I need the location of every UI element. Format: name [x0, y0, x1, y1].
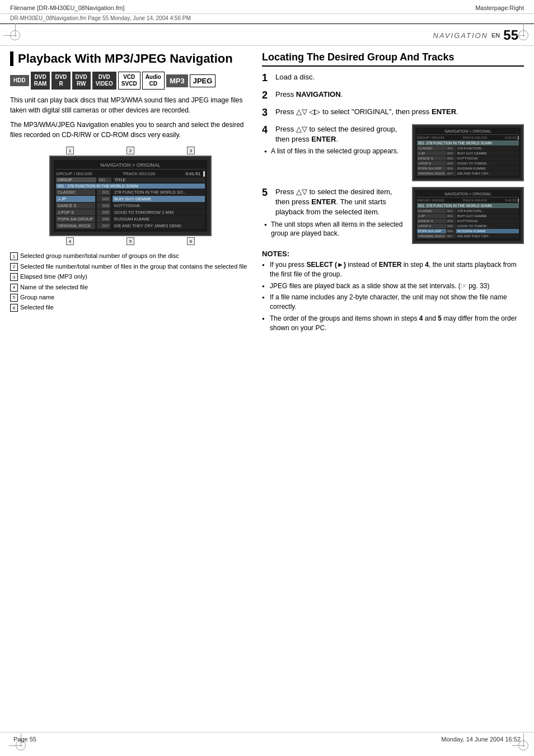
nav-screen-diagram: 1 2 3 NAVIGATION > ORIGINAL GROUP / 001/… — [10, 147, 251, 245]
nav-screen-left: NAVIGATION > ORIGINAL GROUP / 001/100 TR… — [49, 156, 212, 236]
step-4: 4 Press △▽ to select the desired group, … — [262, 124, 406, 144]
note-4: The order of the groups and items shown … — [262, 314, 524, 333]
step-4-bullet-1: A list of files in the selected group ap… — [264, 147, 406, 156]
header-top: Filename [DR-MH30EU_08Navigation.fm] Mas… — [0, 0, 534, 14]
right-section-title: Locating The Desired Group And Tracks — [262, 51, 524, 67]
notes-section: NOTES: If you press SELECT (►) instead o… — [262, 250, 524, 333]
step-4-area: 4 Press △▽ to select the desired group, … — [262, 124, 524, 181]
nav-screen-step5: NAVIGATION > ORIGINAL GROUP / 001/100TRA… — [412, 187, 524, 244]
notes-list: If you press SELECT (►) instead of ENTER… — [262, 260, 524, 333]
legend-text-4: Name of the selected file — [20, 283, 88, 292]
step-5-content: 5 Press △▽ to select the desired item, t… — [262, 187, 406, 244]
legend-num-3: 3 — [10, 273, 18, 281]
step-1: 1 Load a disc. — [262, 72, 524, 84]
step-5-bullets: The unit stops when all items in the sel… — [264, 220, 406, 239]
legend-text-1: Selected group number/total number of gr… — [20, 252, 179, 260]
subline: DR-MH30EU_08Navigation.fm Page 55 Monday… — [0, 14, 534, 24]
step-5-num: 5 — [262, 187, 273, 218]
note-2: JPEG files are played back as a slide sh… — [262, 281, 524, 291]
notes-title: NOTES: — [262, 250, 524, 258]
step-2-num: 2 — [262, 90, 273, 101]
footer-right: Monday, 14 June 2004 16:52 — [441, 736, 521, 743]
left-section-title: Playback With MP3/JPEG Navigation — [10, 51, 251, 66]
badge-hdd: HDD — [10, 75, 29, 86]
page-nav-header: NAVIGATION EN 55 — [0, 24, 534, 46]
body-text-1: This unit can play back discs that MP3/W… — [10, 95, 251, 115]
step-2-text: Press NAVIGATION. — [275, 90, 524, 101]
note-3: If a file name includes any 2-byte chara… — [262, 293, 524, 312]
step-3-text: Press △▽ ◁▷ to select "ORIGINAL", then p… — [275, 107, 524, 119]
legend-item-6: 6 Selected file — [10, 303, 251, 312]
footer-left: Page 55 — [13, 736, 36, 743]
nav-screen-title-left: NAVIGATION > ORIGINAL — [56, 162, 205, 170]
legend-num-4: 4 — [10, 284, 18, 292]
nav-screen-step4: NAVIGATION > ORIGINAL GROUP / 001/100TRA… — [412, 124, 524, 181]
legend-item-1: 1 Selected group number/total number of … — [10, 252, 251, 260]
step-4-num: 4 — [262, 124, 273, 144]
badge-dvd-ram: DVDRAM — [31, 72, 50, 90]
nav-lang: EN — [491, 32, 500, 39]
masterpage-label: Masterpage:Right — [475, 4, 524, 11]
badge-dvd-r: DVDR — [51, 72, 70, 90]
nav-screen-stats-left: GROUP / 001/100 TRACK 001/100 0:41:51 ▐ — [56, 171, 205, 176]
diagram-label-5: 5 — [127, 237, 134, 245]
step-1-num: 1 — [262, 72, 273, 84]
diagram-label-1: 1 — [66, 147, 74, 154]
footer: Page 55 Monday, 14 June 2004 16:52 — [0, 732, 534, 746]
filename-label: Filename [DR-MH30EU_08Navigation.fm] — [10, 4, 124, 11]
legend-text-2: Selected file number/total number of fil… — [20, 262, 247, 271]
badge-vcd-svcd: VCDSVCD — [118, 72, 140, 90]
legend-item-2: 2 Selected file number/total number of f… — [10, 262, 251, 271]
step-3: 3 Press △▽ ◁▷ to select "ORIGINAL", then… — [262, 107, 524, 119]
nav-screen-highlight-row: 001 278 FUNCTION IN THE WORLD SOMM — [56, 184, 205, 189]
left-column: Playback With MP3/JPEG Navigation HDD DV… — [10, 51, 251, 335]
step-5-text: Press △▽ to select the desired item, the… — [275, 187, 406, 218]
legend-text-5: Group name — [20, 293, 54, 302]
main-content: Playback With MP3/JPEG Navigation HDD DV… — [0, 46, 534, 341]
legend-item-3: 3 Elapsed time (MP3 only) — [10, 273, 251, 281]
step-3-num: 3 — [262, 107, 273, 119]
badge-mp3: MP3 — [166, 74, 188, 88]
body-text-2: The MP3/WMA/JPEG Navigation enables you … — [10, 120, 251, 140]
diagram-label-6: 6 — [187, 237, 195, 245]
legend-item-5: 5 Group name — [10, 293, 251, 302]
step-1-text: Load a disc. — [275, 72, 524, 84]
diagram-label-2: 2 — [127, 147, 134, 154]
legend-num-5: 5 — [10, 294, 18, 302]
diagram-label-3: 3 — [187, 147, 195, 154]
badge-dvd-rw: DVDRW — [72, 72, 91, 90]
step-4-text: Press △▽ to select the desired group, th… — [275, 124, 406, 144]
legend-num-1: 1 — [10, 252, 18, 260]
legend-num-6: 6 — [10, 304, 18, 312]
legend-item-4: 4 Name of the selected file — [10, 283, 251, 292]
legend-text-6: Selected file — [20, 303, 54, 312]
nav-label: NAVIGATION — [433, 31, 489, 40]
diagram-label-4: 4 — [66, 237, 74, 245]
step-4-bullets: A list of files in the selected group ap… — [264, 147, 406, 156]
step-5-bullet-1: The unit stops when all items in the sel… — [264, 220, 406, 239]
right-column: Locating The Desired Group And Tracks 1 … — [262, 51, 524, 335]
step-5: 5 Press △▽ to select the desired item, t… — [262, 187, 406, 218]
step-5-area: 5 Press △▽ to select the desired item, t… — [262, 187, 524, 244]
badge-audio-cd: AudioCD — [142, 72, 165, 90]
step-4-content: 4 Press △▽ to select the desired group, … — [262, 124, 406, 181]
legend-text-3: Elapsed time (MP3 only) — [20, 273, 87, 281]
format-badges: HDD DVDRAM DVDR DVDRW DVDVIDEO VCDSVCD A… — [10, 72, 251, 90]
step-2: 2 Press NAVIGATION. — [262, 90, 524, 101]
badge-dvd-video: DVDVIDEO — [92, 72, 116, 90]
note-1: If you press SELECT (►) instead of ENTER… — [262, 260, 524, 279]
legend-num-2: 2 — [10, 263, 18, 271]
legend: 1 Selected group number/total number of … — [10, 252, 251, 312]
badge-jpeg: JPEG — [190, 74, 216, 88]
